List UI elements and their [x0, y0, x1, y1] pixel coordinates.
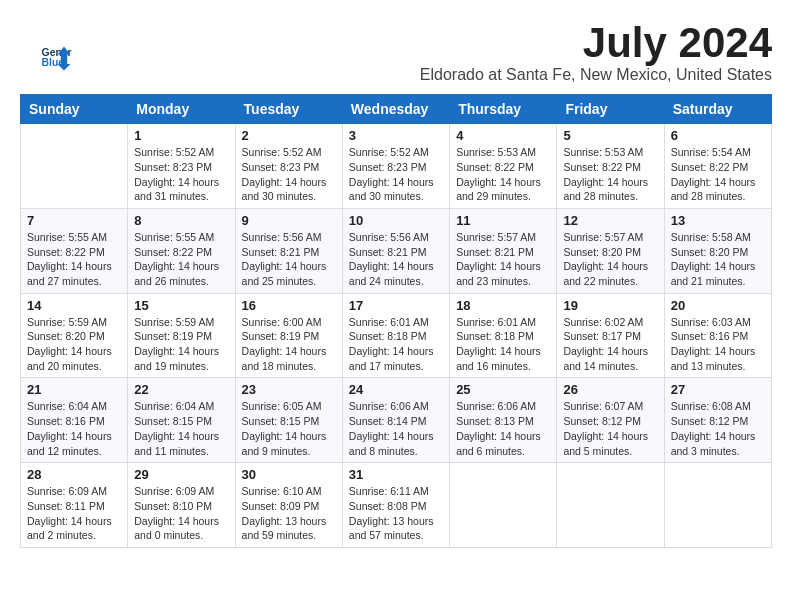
day-info: Sunrise: 6:01 AM Sunset: 8:18 PM Dayligh…	[456, 315, 550, 374]
day-info: Sunrise: 6:04 AM Sunset: 8:15 PM Dayligh…	[134, 399, 228, 458]
day-number: 4	[456, 128, 550, 143]
day-info: Sunrise: 5:57 AM Sunset: 8:21 PM Dayligh…	[456, 230, 550, 289]
day-number: 26	[563, 382, 657, 397]
day-number: 21	[27, 382, 121, 397]
col-monday: Monday	[128, 95, 235, 124]
day-number: 15	[134, 298, 228, 313]
day-number: 22	[134, 382, 228, 397]
table-row	[21, 124, 128, 209]
day-number: 28	[27, 467, 121, 482]
day-number: 29	[134, 467, 228, 482]
day-info: Sunrise: 5:59 AM Sunset: 8:20 PM Dayligh…	[27, 315, 121, 374]
calendar-week-2: 7Sunrise: 5:55 AM Sunset: 8:22 PM Daylig…	[21, 208, 772, 293]
table-row: 7Sunrise: 5:55 AM Sunset: 8:22 PM Daylig…	[21, 208, 128, 293]
day-info: Sunrise: 6:04 AM Sunset: 8:16 PM Dayligh…	[27, 399, 121, 458]
day-info: Sunrise: 6:05 AM Sunset: 8:15 PM Dayligh…	[242, 399, 336, 458]
day-info: Sunrise: 6:11 AM Sunset: 8:08 PM Dayligh…	[349, 484, 443, 543]
table-row	[450, 463, 557, 548]
table-row: 30Sunrise: 6:10 AM Sunset: 8:09 PM Dayli…	[235, 463, 342, 548]
calendar: Sunday Monday Tuesday Wednesday Thursday…	[20, 94, 772, 548]
day-info: Sunrise: 6:07 AM Sunset: 8:12 PM Dayligh…	[563, 399, 657, 458]
day-info: Sunrise: 6:02 AM Sunset: 8:17 PM Dayligh…	[563, 315, 657, 374]
table-row: 2Sunrise: 5:52 AM Sunset: 8:23 PM Daylig…	[235, 124, 342, 209]
table-row	[664, 463, 771, 548]
day-number: 9	[242, 213, 336, 228]
day-number: 12	[563, 213, 657, 228]
table-row: 3Sunrise: 5:52 AM Sunset: 8:23 PM Daylig…	[342, 124, 449, 209]
day-number: 25	[456, 382, 550, 397]
table-row: 14Sunrise: 5:59 AM Sunset: 8:20 PM Dayli…	[21, 293, 128, 378]
day-info: Sunrise: 6:06 AM Sunset: 8:14 PM Dayligh…	[349, 399, 443, 458]
day-info: Sunrise: 6:06 AM Sunset: 8:13 PM Dayligh…	[456, 399, 550, 458]
table-row: 28Sunrise: 6:09 AM Sunset: 8:11 PM Dayli…	[21, 463, 128, 548]
day-number: 20	[671, 298, 765, 313]
day-info: Sunrise: 6:09 AM Sunset: 8:10 PM Dayligh…	[134, 484, 228, 543]
day-number: 24	[349, 382, 443, 397]
day-info: Sunrise: 5:56 AM Sunset: 8:21 PM Dayligh…	[349, 230, 443, 289]
calendar-week-3: 14Sunrise: 5:59 AM Sunset: 8:20 PM Dayli…	[21, 293, 772, 378]
day-number: 18	[456, 298, 550, 313]
col-saturday: Saturday	[664, 95, 771, 124]
day-number: 3	[349, 128, 443, 143]
day-info: Sunrise: 5:57 AM Sunset: 8:20 PM Dayligh…	[563, 230, 657, 289]
day-number: 1	[134, 128, 228, 143]
day-number: 10	[349, 213, 443, 228]
day-info: Sunrise: 5:59 AM Sunset: 8:19 PM Dayligh…	[134, 315, 228, 374]
day-info: Sunrise: 5:53 AM Sunset: 8:22 PM Dayligh…	[563, 145, 657, 204]
location-title: Eldorado at Santa Fe, New Mexico, United…	[20, 66, 772, 84]
day-info: Sunrise: 6:03 AM Sunset: 8:16 PM Dayligh…	[671, 315, 765, 374]
table-row: 10Sunrise: 5:56 AM Sunset: 8:21 PM Dayli…	[342, 208, 449, 293]
day-info: Sunrise: 5:55 AM Sunset: 8:22 PM Dayligh…	[27, 230, 121, 289]
calendar-week-4: 21Sunrise: 6:04 AM Sunset: 8:16 PM Dayli…	[21, 378, 772, 463]
day-number: 19	[563, 298, 657, 313]
day-number: 31	[349, 467, 443, 482]
day-number: 8	[134, 213, 228, 228]
header-row: Sunday Monday Tuesday Wednesday Thursday…	[21, 95, 772, 124]
table-row: 12Sunrise: 5:57 AM Sunset: 8:20 PM Dayli…	[557, 208, 664, 293]
table-row: 5Sunrise: 5:53 AM Sunset: 8:22 PM Daylig…	[557, 124, 664, 209]
day-info: Sunrise: 6:08 AM Sunset: 8:12 PM Dayligh…	[671, 399, 765, 458]
day-info: Sunrise: 5:52 AM Sunset: 8:23 PM Dayligh…	[242, 145, 336, 204]
day-info: Sunrise: 5:56 AM Sunset: 8:21 PM Dayligh…	[242, 230, 336, 289]
col-friday: Friday	[557, 95, 664, 124]
day-number: 2	[242, 128, 336, 143]
calendar-body: 1Sunrise: 5:52 AM Sunset: 8:23 PM Daylig…	[21, 124, 772, 548]
table-row: 26Sunrise: 6:07 AM Sunset: 8:12 PM Dayli…	[557, 378, 664, 463]
day-number: 14	[27, 298, 121, 313]
table-row: 8Sunrise: 5:55 AM Sunset: 8:22 PM Daylig…	[128, 208, 235, 293]
table-row: 11Sunrise: 5:57 AM Sunset: 8:21 PM Dayli…	[450, 208, 557, 293]
table-row: 19Sunrise: 6:02 AM Sunset: 8:17 PM Dayli…	[557, 293, 664, 378]
table-row: 6Sunrise: 5:54 AM Sunset: 8:22 PM Daylig…	[664, 124, 771, 209]
table-row: 13Sunrise: 5:58 AM Sunset: 8:20 PM Dayli…	[664, 208, 771, 293]
table-row: 29Sunrise: 6:09 AM Sunset: 8:10 PM Dayli…	[128, 463, 235, 548]
col-thursday: Thursday	[450, 95, 557, 124]
calendar-week-1: 1Sunrise: 5:52 AM Sunset: 8:23 PM Daylig…	[21, 124, 772, 209]
table-row: 31Sunrise: 6:11 AM Sunset: 8:08 PM Dayli…	[342, 463, 449, 548]
day-number: 17	[349, 298, 443, 313]
day-number: 16	[242, 298, 336, 313]
table-row: 15Sunrise: 5:59 AM Sunset: 8:19 PM Dayli…	[128, 293, 235, 378]
table-row: 27Sunrise: 6:08 AM Sunset: 8:12 PM Dayli…	[664, 378, 771, 463]
day-info: Sunrise: 5:52 AM Sunset: 8:23 PM Dayligh…	[349, 145, 443, 204]
day-number: 7	[27, 213, 121, 228]
table-row: 22Sunrise: 6:04 AM Sunset: 8:15 PM Dayli…	[128, 378, 235, 463]
day-number: 6	[671, 128, 765, 143]
top-area: General Blue July 2024 Eldorado at Santa…	[20, 20, 772, 84]
logo-icon: General Blue	[40, 40, 72, 72]
day-number: 13	[671, 213, 765, 228]
table-row: 24Sunrise: 6:06 AM Sunset: 8:14 PM Dayli…	[342, 378, 449, 463]
day-info: Sunrise: 5:52 AM Sunset: 8:23 PM Dayligh…	[134, 145, 228, 204]
table-row: 18Sunrise: 6:01 AM Sunset: 8:18 PM Dayli…	[450, 293, 557, 378]
day-number: 27	[671, 382, 765, 397]
day-info: Sunrise: 6:10 AM Sunset: 8:09 PM Dayligh…	[242, 484, 336, 543]
table-row: 25Sunrise: 6:06 AM Sunset: 8:13 PM Dayli…	[450, 378, 557, 463]
header-section: July 2024 Eldorado at Santa Fe, New Mexi…	[20, 20, 772, 84]
day-info: Sunrise: 6:00 AM Sunset: 8:19 PM Dayligh…	[242, 315, 336, 374]
table-row: 23Sunrise: 6:05 AM Sunset: 8:15 PM Dayli…	[235, 378, 342, 463]
day-info: Sunrise: 5:58 AM Sunset: 8:20 PM Dayligh…	[671, 230, 765, 289]
col-wednesday: Wednesday	[342, 95, 449, 124]
calendar-week-5: 28Sunrise: 6:09 AM Sunset: 8:11 PM Dayli…	[21, 463, 772, 548]
month-title: July 2024	[20, 20, 772, 66]
day-number: 30	[242, 467, 336, 482]
day-info: Sunrise: 5:54 AM Sunset: 8:22 PM Dayligh…	[671, 145, 765, 204]
